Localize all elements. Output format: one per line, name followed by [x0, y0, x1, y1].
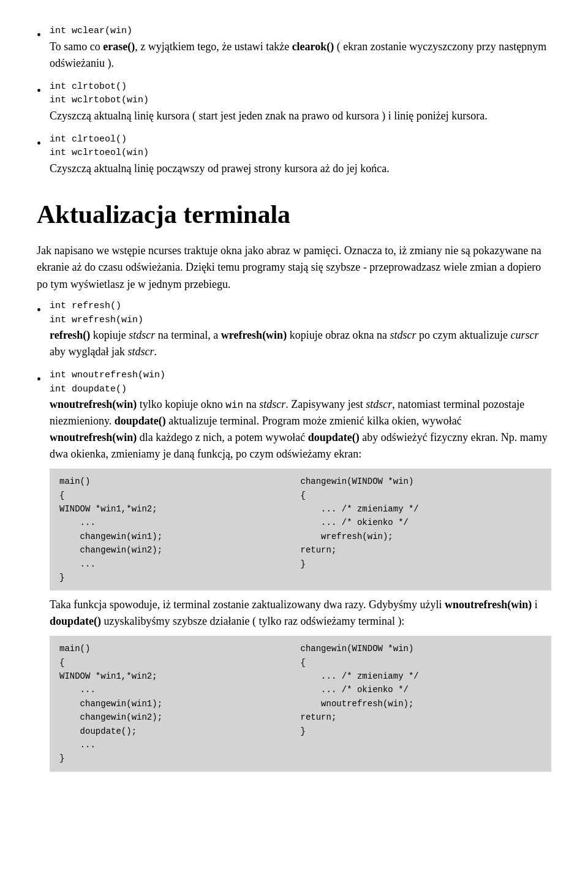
bullet-clrtoeol-content: int clrtoeol() int wclrtoeol(win) Czyszc… — [50, 133, 551, 177]
bullet-clrtobot: • int clrtobot() int wclrtobot(win) Czys… — [37, 80, 551, 124]
wnout-bold1: wnoutrefresh(win) — [50, 398, 137, 410]
wclear-clearok-bold: clearok() — [292, 40, 334, 53]
refresh-code1: int refresh() — [50, 300, 551, 314]
refresh-desc: refresh() kopiuje stdscr na terminal, a … — [50, 329, 539, 358]
bullet-wclear-content: int wclear(win) To samo co erase(), z wy… — [50, 24, 551, 72]
refresh-bold: refresh() — [50, 329, 90, 341]
top-section: • int wclear(win) To samo co erase(), z … — [37, 24, 551, 177]
refresh-stdscr3: stdscr — [127, 345, 154, 358]
bullet-wclear: • int wclear(win) To samo co erase(), z … — [37, 24, 551, 72]
para-after-box1: Taka funkcja spowoduje, iż terminal zost… — [50, 597, 551, 630]
bullet-dot-1: • — [37, 26, 41, 44]
wnoutrefresh-desc: wnoutrefresh(win) tylko kopiuje okno win… — [50, 398, 548, 460]
clrtoeol-code1: int clrtoeol() — [50, 133, 551, 147]
bullet-refresh-content: int refresh() int wrefresh(win) refresh(… — [50, 300, 551, 360]
refresh-code2: int wrefresh(win) — [50, 314, 551, 328]
bullet-dot-4: • — [37, 301, 41, 319]
bullet-dot-5: • — [37, 370, 41, 388]
refresh-stdscr2: stdscr — [390, 329, 417, 341]
bullet-clrtobot-content: int clrtobot() int wclrtobot(win) Czyszc… — [50, 80, 551, 124]
wnout-code2: int doupdate() — [50, 383, 551, 397]
bullet-refresh: • int refresh() int wrefresh(win) refres… — [37, 300, 551, 360]
bullet-wnoutrefresh-content: int wnoutrefresh(win) int doupdate() wno… — [50, 369, 551, 778]
code-box-1-left: main() { WINDOW *win1,*win2; ... changew… — [59, 475, 301, 584]
doupdate-bold3: doupdate() — [50, 615, 101, 627]
code-box-1: main() { WINDOW *win1,*win2; ... changew… — [50, 469, 551, 590]
wclear-code: int wclear(win) — [50, 24, 551, 39]
code-box-1-right: changewin(WINDOW *win) { ... /* zmieniam… — [301, 475, 542, 584]
bullet-clrtoeol: • int clrtoeol() int wclrtoeol(win) Czys… — [37, 133, 551, 177]
doupdate-bold2: doupdate() — [308, 431, 360, 443]
refresh-stdscr1: stdscr — [129, 329, 155, 341]
wrefresh-bold: wrefresh(win) — [221, 329, 287, 341]
clrtoeol-code2: int wclrtoeol(win) — [50, 146, 551, 160]
wnout-code1: int wnoutrefresh(win) — [50, 369, 551, 383]
code-box-2: main() { WINDOW *win1,*win2; ... changew… — [50, 636, 551, 772]
clrtobot-desc: Czyszczą aktualną linię kursora ( start … — [50, 110, 488, 122]
bullet-dot-2: • — [37, 81, 41, 100]
wnout-bold2: wnoutrefresh(win) — [50, 431, 137, 443]
wnout-bold3: wnoutrefresh(win) — [445, 598, 532, 611]
bullet-wnoutrefresh: • int wnoutrefresh(win) int doupdate() w… — [37, 369, 551, 778]
doupdate-bold: doupdate() — [115, 415, 166, 427]
clrtobot-code1: int clrtobot() — [50, 80, 551, 94]
bullet-dot-3: • — [37, 134, 41, 153]
refresh-curscr: curscr — [511, 329, 539, 341]
section-title: Aktualizacja terminala — [37, 195, 551, 234]
code-box-2-left: main() { WINDOW *win1,*win2; ... changew… — [59, 642, 301, 766]
clrtobot-code2: int wclrtobot(win) — [50, 94, 551, 108]
code-box-2-right: changewin(WINDOW *win) { ... /* zmieniam… — [301, 642, 542, 766]
wnout-stdscr1: stdscr — [259, 398, 285, 410]
wclear-desc: To samo co erase(), z wyjątkiem tego, że… — [50, 40, 546, 69]
wclear-erase-bold: erase() — [103, 40, 135, 53]
intro-para1: Jak napisano we wstępie ncurses traktuje… — [37, 243, 551, 294]
clrtoeol-desc: Czyszczą aktualną linię począwszy od pra… — [50, 162, 390, 175]
wnout-stdscr2: stdscr — [366, 398, 392, 410]
win-code: win — [225, 400, 243, 411]
